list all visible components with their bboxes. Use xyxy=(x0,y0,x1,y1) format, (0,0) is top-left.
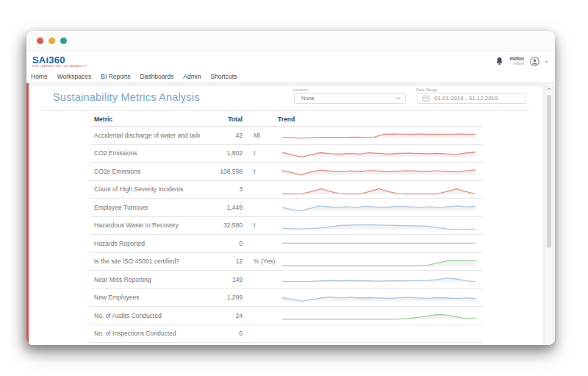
metric-name: Count of High Severity Incidents xyxy=(90,185,200,193)
main-nav: HomeWorkspacesBI ReportsDashboardsAdminS… xyxy=(26,71,555,83)
metric-trend-sparkline xyxy=(278,147,483,160)
metric-trend-sparkline xyxy=(278,255,483,268)
table-row[interactable]: Near Miss Reporting149 xyxy=(90,271,483,289)
metric-name: Near Miss Reporting xyxy=(90,276,200,283)
sai360-logo[interactable]: SAi360 RISK LEARNING GRC SUSTAINABILITY xyxy=(32,55,87,68)
date-range-input[interactable]: 01.01.2019 - 31.12.2019 xyxy=(417,93,526,104)
metric-total: 3 xyxy=(200,185,243,193)
metric-name: Hazards Reported xyxy=(90,240,200,247)
page-background: SAi360 RISK LEARNING GRC SUSTAINABILITY … xyxy=(0,0,588,376)
metric-trend-sparkline xyxy=(278,201,483,213)
column-header-total: Total xyxy=(200,116,243,123)
table-row[interactable]: Is the site ISO 45001 certified?12% (Yes… xyxy=(90,253,483,272)
table-body: Accidental discharge of water and tailin… xyxy=(90,127,483,343)
page-title: Sustainability Metrics Analysis xyxy=(53,91,200,103)
metric-unit: t xyxy=(243,221,278,229)
metric-total: 32,580 xyxy=(200,221,243,229)
nav-item-home[interactable]: Home xyxy=(31,73,48,80)
metric-trend-sparkline xyxy=(278,129,483,141)
window-fullscreen-dot[interactable] xyxy=(60,38,67,44)
metric-name: No. of Inspections Conducted xyxy=(90,330,200,337)
section-divider xyxy=(42,110,529,111)
logo-text: SAi360 xyxy=(32,55,87,65)
metric-name: Is the site ISO 45001 certified? xyxy=(90,258,200,265)
date-range-filter-label: Date Range xyxy=(416,88,437,92)
metric-trend-sparkline xyxy=(278,291,483,304)
metric-trend-sparkline xyxy=(278,273,483,285)
vertical-scrollbar[interactable] xyxy=(545,85,552,344)
metric-name: Accidental discharge of water and tailin… xyxy=(90,132,200,139)
table-row[interactable]: CO2 Emissions1,802t xyxy=(90,145,483,163)
user-subtext: milton xyxy=(509,62,524,66)
table-row[interactable]: Hazardous Waste to Recovery32,580t xyxy=(90,217,483,235)
nav-item-workspaces[interactable]: Workspaces xyxy=(57,73,92,80)
logo-tagline: RISK LEARNING GRC SUSTAINABILITY xyxy=(32,65,87,68)
table-row[interactable]: No. of Inspections Conducted0 xyxy=(90,325,483,344)
metric-total: 0 xyxy=(200,240,243,247)
nav-item-admin[interactable]: Admin xyxy=(183,73,201,80)
scrollbar-thumb[interactable] xyxy=(547,95,551,248)
window-titlebar xyxy=(26,31,555,52)
content-area: Sustainability Metrics Analysis Location… xyxy=(26,83,555,345)
metric-total: 12 xyxy=(200,258,243,265)
browser-window: SAi360 RISK LEARNING GRC SUSTAINABILITY … xyxy=(26,31,555,345)
metric-total: 1,299 xyxy=(200,294,243,301)
metric-total: 149 xyxy=(200,276,243,283)
scrollbar-up-arrow-icon[interactable] xyxy=(545,86,553,92)
table-row[interactable]: Accidental discharge of water and tailin… xyxy=(90,127,483,145)
table-row[interactable]: New Employees1,299 xyxy=(90,289,483,308)
metric-unit: t xyxy=(243,168,278,175)
column-header-trend: Trend xyxy=(278,116,483,123)
location-selected-value: None xyxy=(301,95,315,102)
metric-name: Hazardous Waste to Recovery xyxy=(90,221,200,229)
table-row[interactable]: CO2e Emissions108,598t xyxy=(90,163,483,181)
metric-trend-sparkline xyxy=(278,165,483,177)
metric-unit: % (Yes) xyxy=(243,258,278,265)
calendar-icon xyxy=(422,95,430,102)
date-range-value: 01.01.2019 - 31.12.2019 xyxy=(434,95,498,102)
user-menu[interactable]: milton milton xyxy=(509,57,524,66)
notification-bell-icon[interactable] xyxy=(495,57,503,65)
metric-name: Employee Turnover xyxy=(90,204,200,211)
column-header-metric: Metric xyxy=(90,116,200,123)
user-menu-chevron-icon[interactable]: ▾ xyxy=(545,59,548,64)
table-row[interactable]: No. of Audits Conducted24 xyxy=(90,307,483,325)
nav-item-bi-reports[interactable]: BI Reports xyxy=(101,73,130,80)
metric-trend-sparkline xyxy=(278,237,483,249)
metric-total: 0 xyxy=(200,330,243,337)
window-close-dot[interactable] xyxy=(37,38,43,44)
metric-total: 42 xyxy=(200,132,243,139)
location-select[interactable]: None xyxy=(294,93,406,104)
metric-total: 1,449 xyxy=(200,204,243,211)
app-header: SAi360 RISK LEARNING GRC SUSTAINABILITY … xyxy=(26,52,555,71)
table-header-row: Metric Total Trend xyxy=(90,113,483,127)
report-panel: Sustainability Metrics Analysis Location… xyxy=(29,86,542,345)
location-filter-label: Location xyxy=(293,88,308,92)
table-row[interactable]: Hazards Reported0 xyxy=(90,235,483,253)
metric-name: CO2e Emissions xyxy=(90,168,200,175)
table-row[interactable]: Employee Turnover1,449 xyxy=(90,199,483,217)
metric-unit: Ml xyxy=(243,132,278,139)
metric-total: 1,802 xyxy=(200,149,243,157)
metric-trend-sparkline xyxy=(278,309,483,322)
nav-item-shortcuts[interactable]: Shortcuts xyxy=(210,73,237,80)
chevron-down-icon xyxy=(395,96,401,100)
nav-item-dashboards[interactable]: Dashboards xyxy=(140,73,173,80)
metric-name: No. of Audits Conducted xyxy=(90,312,200,319)
metric-trend-sparkline xyxy=(278,183,483,196)
metric-name: CO2 Emissions xyxy=(90,149,200,157)
metric-unit: t xyxy=(243,149,278,157)
user-avatar-icon[interactable] xyxy=(530,57,539,66)
window-minimize-dot[interactable] xyxy=(49,38,55,44)
metric-trend-sparkline xyxy=(278,219,483,232)
metric-name: New Employees xyxy=(90,294,200,301)
table-row[interactable]: Count of High Severity Incidents3 xyxy=(90,181,483,199)
metrics-table: Metric Total Trend Accidental discharge … xyxy=(90,113,483,343)
metric-total: 108,598 xyxy=(200,168,243,175)
metric-total: 24 xyxy=(200,312,243,319)
